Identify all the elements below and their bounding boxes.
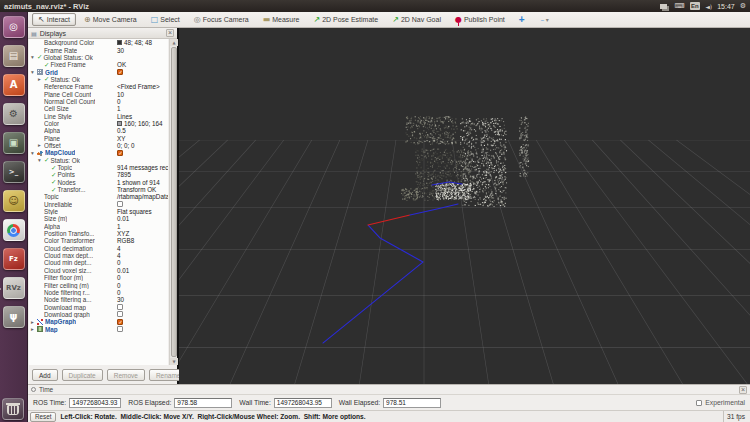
display-property-row[interactable]: Reference Frame<Fixed Frame>	[29, 83, 168, 90]
add-tool-button[interactable]: +	[519, 14, 525, 25]
display-property-row[interactable]: Plane Cell Count10	[29, 90, 168, 97]
display-enabled-checkbox[interactable]	[117, 326, 123, 332]
display-property-row[interactable]: ▾✓Global Status: Ok	[29, 54, 168, 61]
property-value-text[interactable]: Lines	[117, 113, 132, 120]
display-property-row[interactable]: Position Transfo...XYZ	[29, 230, 168, 237]
color-swatch[interactable]	[117, 121, 122, 126]
property-value-text[interactable]: 4	[117, 245, 121, 252]
property-value-text[interactable]: 0	[117, 289, 121, 296]
displays-panel-close-icon[interactable]: ×	[166, 29, 174, 37]
property-value-text[interactable]: 0; 0; 0	[117, 142, 135, 149]
wall-time-field[interactable]	[274, 398, 332, 408]
tool-select-button[interactable]: □Select	[145, 13, 186, 26]
launcher-item-usb-drive-icon[interactable]: ψ	[3, 306, 25, 328]
display-property-row[interactable]: ✓Nodes1 shown of 914	[29, 179, 168, 186]
display-property-row[interactable]: Line StyleLines	[29, 112, 168, 119]
property-value-text[interactable]: Transform OK	[117, 186, 156, 193]
color-swatch[interactable]	[117, 40, 122, 45]
launcher-item-files-icon[interactable]: ▤	[3, 45, 25, 67]
property-value-text[interactable]: <Fixed Frame>	[117, 83, 160, 90]
launcher-item-chrome-icon[interactable]	[3, 219, 25, 241]
display-property-row[interactable]: Color TransformerRGB8	[29, 237, 168, 244]
property-value-text[interactable]: 0.01	[117, 215, 129, 222]
display-enabled-checkbox[interactable]	[117, 69, 123, 75]
display-property-row[interactable]: Download map	[29, 303, 168, 310]
display-property-row[interactable]: ▸✓Status: Ok	[29, 76, 168, 83]
reset-button[interactable]: Reset	[30, 412, 56, 422]
display-property-row[interactable]: Filter floor (m)0	[29, 274, 168, 281]
property-value-text[interactable]: RGB8	[117, 237, 134, 244]
property-value-text[interactable]: OK	[117, 61, 126, 68]
display-property-row[interactable]: Topic/rtabmap/mapData	[29, 193, 168, 200]
launcher-item-filezilla-icon[interactable]: Fz	[3, 248, 25, 270]
property-value-text[interactable]: 30	[117, 296, 124, 303]
volume-icon[interactable]: ◄)	[705, 3, 712, 10]
display-property-row[interactable]: ▾Grid	[29, 68, 168, 75]
property-checkbox[interactable]	[117, 201, 123, 207]
property-value-text[interactable]: XYZ	[117, 230, 129, 237]
property-value-text[interactable]: 160; 160; 164	[124, 120, 163, 127]
property-value-text[interactable]: 1 shown of 914	[117, 179, 160, 186]
property-value-text[interactable]: 0	[117, 274, 121, 281]
keyboard-icon[interactable]: ⌨	[674, 2, 684, 10]
property-value-text[interactable]: 7895	[117, 171, 131, 178]
display-property-row[interactable]: Cloud voxel siz...0.01	[29, 267, 168, 274]
launcher-item-rviz-icon[interactable]: RVz	[3, 277, 25, 299]
display-property-row[interactable]: ✓Points7895	[29, 171, 168, 178]
property-value-text[interactable]: 1	[117, 223, 121, 230]
scrollbar-up-icon[interactable]: ▲	[170, 39, 178, 46]
display-property-row[interactable]: Color160; 160; 164	[29, 120, 168, 127]
add-display-button[interactable]: Add	[32, 369, 58, 381]
display-property-row[interactable]: Background Color48; 48; 48	[29, 39, 168, 46]
scrollbar-down-icon[interactable]: ▼	[170, 358, 178, 365]
display-property-row[interactable]: Unreliable	[29, 201, 168, 208]
property-value-text[interactable]: 0.5	[117, 127, 126, 134]
language-indicator[interactable]: En	[690, 2, 701, 10]
launcher-item-dash-home-icon[interactable]: ◎	[3, 16, 25, 38]
display-property-row[interactable]: ✓Topic914 messages received	[29, 164, 168, 171]
toolbar-overflow-button[interactable]: − ▾	[541, 16, 549, 23]
property-value-text[interactable]: 10	[117, 91, 124, 98]
launcher-item-terminal-icon[interactable]: >_	[3, 161, 25, 183]
display-property-row[interactable]: StyleFlat squares	[29, 208, 168, 215]
property-value-text[interactable]: 30	[117, 47, 124, 54]
display-property-row[interactable]: Node filtering r...0	[29, 289, 168, 296]
property-value-text[interactable]: XY	[117, 135, 125, 142]
display-property-row[interactable]: ▸Offset0; 0; 0	[29, 142, 168, 149]
property-value-text[interactable]: 0	[117, 259, 121, 266]
property-value-text[interactable]: 0	[117, 98, 121, 105]
launcher-item-robot-app-icon[interactable]: ☺	[3, 190, 25, 212]
property-value-text[interactable]: Flat squares	[117, 208, 152, 215]
display-enabled-checkbox[interactable]	[117, 319, 123, 325]
tool-focus-camera-button[interactable]: ◎Focus Camera	[188, 13, 255, 26]
display-property-row[interactable]: Alpha0.5	[29, 127, 168, 134]
display-property-row[interactable]: Frame Rate30	[29, 46, 168, 53]
display-property-row[interactable]: Cloud decimation4	[29, 245, 168, 252]
display-property-row[interactable]: Cloud max dept...4	[29, 252, 168, 259]
display-property-row[interactable]: Filter ceiling (m)0	[29, 281, 168, 288]
property-checkbox[interactable]	[117, 311, 123, 317]
display-property-row[interactable]: ▾MapCloud	[29, 149, 168, 156]
display-property-row[interactable]: Cloud min dept...0	[29, 259, 168, 266]
display-property-row[interactable]: Size (m)0.01	[29, 215, 168, 222]
tool-pose-estimate-button[interactable]: ↗2D Pose Estimate	[307, 13, 384, 26]
property-value-text[interactable]: 0	[117, 282, 121, 289]
property-value-text[interactable]: 4	[117, 252, 121, 259]
network-icon[interactable]	[660, 4, 667, 9]
tool-nav-goal-button[interactable]: ↗2D Nav Goal	[386, 13, 447, 26]
property-checkbox[interactable]	[117, 304, 123, 310]
ros-elapsed-field[interactable]	[174, 398, 232, 408]
property-value-text[interactable]: 914 messages received	[117, 164, 168, 171]
tool-publish-point-button[interactable]: ●Publish Point	[449, 13, 511, 26]
display-property-row[interactable]: ▸MapGraph	[29, 318, 168, 325]
display-property-row[interactable]: ▾✓Status: Ok	[29, 157, 168, 164]
ros-time-field[interactable]	[69, 398, 121, 408]
launcher-item-system-settings-icon[interactable]: ⚙	[3, 103, 25, 125]
display-property-row[interactable]: PlaneXY	[29, 134, 168, 141]
tool-measure-button[interactable]: ▬Measure	[257, 13, 306, 26]
launcher-item-trash-icon[interactable]	[2, 398, 24, 420]
tool-move-camera-button[interactable]: ⊕Move Camera	[78, 13, 143, 26]
display-property-row[interactable]: Alpha1	[29, 223, 168, 230]
tool-interact-button[interactable]: ↖Interact	[32, 13, 76, 26]
display-property-row[interactable]: ✓Fixed FrameOK	[29, 61, 168, 68]
